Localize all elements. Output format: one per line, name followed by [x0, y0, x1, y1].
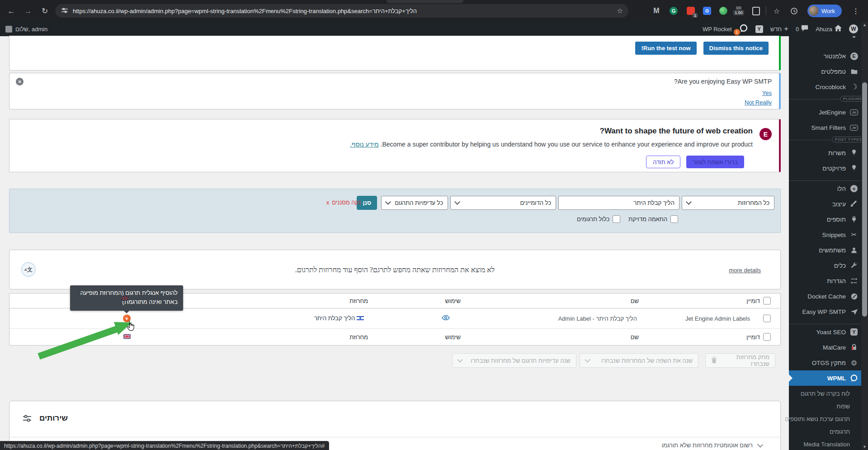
new-label: חדש [770, 26, 782, 33]
extension-grammarly-icon[interactable]: G [668, 5, 679, 16]
scrollbar[interactable]: ▲ ▼ [861, 22, 868, 450]
sidebar-item-clipped[interactable] [789, 36, 868, 42]
sidebar-item-snippets[interactable]: ✂ Snippets [789, 227, 868, 242]
domains-filter-select[interactable]: כל הדומיינים [450, 196, 556, 210]
yoast-menu[interactable]: Y [755, 22, 763, 36]
change-priority-button[interactable]: שנה עדיפויות תרגום של מחרוזות שנבחרו [452, 353, 576, 368]
strings-filter-select[interactable]: כל המחרוזות [682, 196, 774, 210]
sidebar-item-smart-filters[interactable]: Jet Smart Filters [789, 120, 868, 135]
lock-icon [850, 343, 858, 351]
bulk-actions: מחק מחרוזות שנבחרו שנה את השפה של המחרוז… [9, 353, 781, 368]
row-checkbox[interactable] [763, 315, 771, 322]
sidebar-item-jobs[interactable]: משרות [789, 145, 868, 161]
extension-red-icon[interactable]: 1 [685, 5, 696, 16]
sidebar-item-appearance[interactable]: עיצוב [789, 196, 868, 212]
auto-register-toggle[interactable]: רשום אוטומטית מחרוזות שלא תורגמו [662, 442, 762, 449]
extension-zoom-icon[interactable]: 1.50 [733, 5, 744, 16]
bookmark-star-icon[interactable]: ☆ [617, 7, 623, 15]
submenu-theme-plugin-localization[interactable]: תרגום ערכת נושא ותוספים [789, 413, 868, 426]
browser-profile-chip[interactable]: Work [807, 5, 842, 17]
exact-match-option: התאמה מדויקת [628, 215, 678, 223]
scrollbar-thumb[interactable] [862, 82, 867, 317]
forward-icon[interactable]: → [22, 5, 34, 17]
sidebar-item-elementor[interactable]: E אלמנטור [789, 48, 868, 64]
admin-greeting[interactable]: שלום, admin [15, 26, 47, 33]
sidebar-item-users[interactable]: משתמשים [789, 242, 868, 258]
sidebar-item-malcare[interactable]: MalCare [789, 340, 868, 355]
search-input[interactable] [558, 196, 679, 210]
scroll-down-icon[interactable]: ▼ [861, 444, 868, 450]
sidebar-item-plugins[interactable]: תוספים [789, 212, 868, 227]
run-test-button[interactable]: Run the test now! [635, 42, 696, 55]
admin-account[interactable]: שלום, admin [5, 22, 47, 36]
sidebar-item-tools[interactable]: כלים [789, 258, 868, 273]
scroll-up-icon[interactable]: ▲ [861, 22, 868, 28]
back-icon[interactable]: ← [5, 5, 17, 17]
priority-filter-select[interactable]: כל עדיפויות התרגום [381, 196, 448, 210]
sidebar-item-otgs-installer[interactable]: ⚙ מתקין OTGS [789, 355, 868, 370]
history-icon[interactable] [788, 5, 799, 16]
dismiss-notice-button[interactable]: Dismiss this notice [703, 42, 769, 55]
url-text[interactable]: https://ahuza.co.il/wp-admin/admin.php?p… [73, 8, 417, 14]
plus-icon: + [784, 24, 788, 33]
include-translations-checkbox[interactable] [613, 215, 620, 223]
crescent-icon: ☾ [850, 83, 858, 91]
sidebar-item-wpml[interactable]: WPML [789, 370, 868, 386]
site-settings-icon[interactable] [61, 7, 68, 15]
wpml-menu[interactable]: 1 [739, 22, 748, 36]
elementor-accept-button[interactable]: ברור! אשמח לעזור [686, 156, 744, 168]
smtp-yes-link[interactable]: Yes [762, 90, 772, 96]
extension-green-icon[interactable] [718, 5, 729, 16]
reload-icon[interactable]: ↻ [39, 5, 51, 17]
israel-flag-icon [357, 315, 364, 322]
extensions-star-icon[interactable]: ☆ [771, 5, 782, 16]
select-all-checkbox[interactable] [763, 333, 771, 341]
elementor-decline-button[interactable]: לא תודה [646, 156, 680, 168]
exact-match-checkbox[interactable] [670, 215, 678, 223]
eye-icon[interactable] [441, 314, 450, 322]
sidebar-item-docket-cache[interactable]: Docket Cache [789, 289, 868, 304]
dismiss-icon[interactable]: ✕ [16, 78, 24, 85]
more-details-link[interactable]: more details [729, 267, 761, 274]
browser-menu-kebab-icon[interactable]: ⋮ [850, 5, 862, 17]
delete-selected-button[interactable]: מחק מחרוזות שנבחרו [705, 353, 775, 368]
add-translation-button[interactable]: + [123, 315, 131, 322]
submenu-media-translation[interactable]: Media Translation [789, 438, 868, 450]
submenu-translations[interactable]: תרגומים [789, 426, 868, 438]
select-all-checkbox[interactable] [763, 297, 771, 305]
wp-rocket-menu[interactable]: WP Rocket [703, 22, 732, 36]
submenu-translation-dashboard[interactable]: לוח בקרה של תרגום [789, 388, 868, 400]
elementor-logo-icon: E [760, 128, 772, 140]
comments-menu[interactable]: 0 [796, 22, 808, 36]
sideb ar-item-hello[interactable]: + הלו [789, 181, 868, 196]
paper-plane-icon [850, 308, 858, 316]
active-item-arrow [789, 374, 793, 382]
sidebar-item-easy-wp-smtp[interactable]: Easy WP SMTP [789, 304, 868, 319]
sidebar-item-yoast-seo[interactable]: Y Yoast SEO [789, 324, 868, 340]
jet-icon: Jet [850, 123, 858, 132]
admin-sidebar: E אלמנטור טמפלטים ☾ Crocoblock PLUGINS J… [789, 36, 868, 450]
sidebar-item-crocoblock[interactable]: ☾ Crocoblock [789, 79, 868, 95]
filter-bar: כל המחרוזות כל הדומיינים כל עדיפויות התר… [9, 189, 781, 233]
services-sliders-icon [22, 413, 32, 425]
address-bar[interactable]: https://ahuza.co.il/wp-admin/admin.php?p… [55, 4, 628, 18]
extension-m-icon[interactable]: M [651, 5, 662, 16]
more-info-link[interactable]: מידע נוסף. [350, 141, 379, 148]
sidebar-item-templates[interactable]: טמפלטים [789, 64, 868, 79]
smtp-not-really-link[interactable]: Not Really [745, 99, 772, 106]
sidebar-item-jetengine[interactable]: Jet JetEngine [789, 104, 868, 120]
sidebar-item-settings[interactable]: הגדרות [789, 273, 868, 289]
gear-icon: ⚙ [850, 359, 858, 367]
extension-clipboard-icon[interactable] [750, 5, 761, 16]
wp-logo-menu[interactable]: W [849, 22, 858, 36]
submenu-languages[interactable]: שפות [789, 400, 868, 413]
change-language-button[interactable]: שנה את השפה של המחרוזות שנבחרו [580, 353, 698, 368]
site-name-menu[interactable]: Ahuza [816, 22, 842, 36]
row-name: הליך קבלת היתר - Admin Label [558, 315, 637, 322]
browser-tab[interactable] [387, 0, 463, 3]
new-content-menu[interactable]: + חדש [770, 22, 788, 36]
scissors-icon: ✂ [850, 231, 858, 239]
extension-blue-gear-icon[interactable]: ⚙ [702, 5, 712, 16]
sidebar-item-projects[interactable]: פרויקטים [789, 161, 868, 176]
clear-filters-link[interactable]: נקה מסנניםx [326, 199, 361, 206]
